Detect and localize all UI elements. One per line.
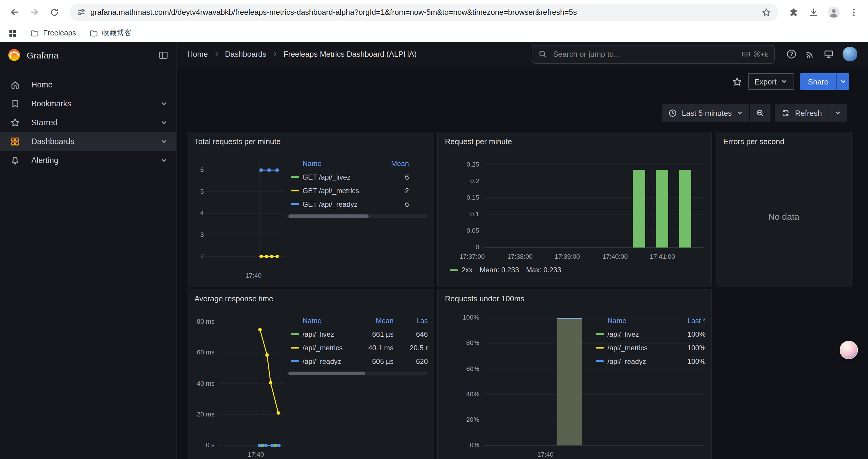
legend-header-mean[interactable]: Mean [357,317,394,325]
series-mean: 2 [376,186,409,195]
downloads-icon[interactable] [804,3,823,22]
breadcrumb-home[interactable]: Home [187,50,208,59]
extensions-icon[interactable] [784,3,803,22]
favorite-star-icon[interactable] [732,76,742,87]
search-box[interactable]: ⌘+k [532,44,775,64]
x-tick: 17:40 [235,272,272,279]
sidebar-item-home[interactable]: Home [0,75,176,94]
legend-row[interactable]: /api/_livez 100% [592,327,706,341]
screen: grafana.mathmast.com/d/deytv4rwavabkb/fr… [0,0,868,459]
series-name[interactable]: /api/_readyz [608,357,673,365]
legend-row[interactable]: GET /api/_livez 6 [287,170,409,184]
panel-title[interactable]: Requests under 100ms [445,294,524,303]
legend-row[interactable]: /api/_metrics 100% [592,341,706,355]
legend-row[interactable]: /api/_readyz 605 µs 620 [287,355,428,368]
shortcut-label: ⌘+k [753,50,768,58]
legend-header-name[interactable]: Name [303,160,376,168]
chevron-down-icon[interactable] [160,119,168,126]
share-caret-button[interactable] [836,73,849,90]
legend-scrollbar[interactable] [287,215,428,218]
address-bar[interactable]: grafana.mathmast.com/d/deytv4rwavabkb/fr… [70,3,778,21]
legend-header-last[interactable]: Last * [673,317,706,325]
panel-title[interactable]: Average response time [194,294,273,303]
series-name[interactable]: /api/_livez [608,330,673,338]
legend-header-name[interactable]: Name [608,317,673,325]
refresh-button[interactable]: Refresh [776,104,828,122]
panel-title[interactable]: Errors per second [723,137,784,146]
browser-toolbar: grafana.mathmast.com/d/deytv4rwavabkb/fr… [0,0,868,24]
series-name[interactable]: GET /api/_livez [303,173,376,181]
zoom-out-button[interactable] [750,104,771,122]
legend-scrollbar[interactable] [287,371,428,375]
sidebar-item-bookmarks[interactable]: Bookmarks [0,94,176,113]
series-last: 620 [398,357,428,365]
series-name[interactable]: GET /api/_readyz [303,200,376,208]
folder-icon [89,29,98,37]
sidebar-item-label: Home [31,80,53,89]
kebab-menu-icon [849,7,859,17]
share-button[interactable]: Share [800,73,836,90]
y-tick: 80 ms [188,318,215,325]
refresh-label: Refresh [795,108,822,117]
legend-row[interactable]: GET /api/_readyz 6 [287,197,409,211]
y-tick: 5 [191,188,204,195]
panel-title[interactable]: Total requests per minute [194,137,281,146]
legend-header-mean[interactable]: Mean [376,160,409,168]
browser-refresh-button[interactable] [45,3,64,22]
series-name[interactable]: /api/_metrics [608,343,673,352]
series-name[interactable]: /api/_metrics [303,343,357,352]
browser-profile-avatar[interactable] [824,3,843,22]
legend-header-last[interactable]: Las [398,317,428,325]
help-icon[interactable]: ? [786,49,797,59]
bookmark-folder-freeleaps[interactable]: Freeleaps [30,29,76,37]
series-name[interactable]: /api/_readyz [303,357,357,365]
bookmark-folder-blogs[interactable]: 收藏博客 [89,28,131,38]
x-tick: 17:40:00 [596,253,634,260]
legend-row[interactable]: /api/_livez 661 µs 646 [287,327,428,341]
chevron-down-icon[interactable] [160,156,168,164]
series-color-swatch [596,360,604,362]
panel-title[interactable]: Request per minute [445,137,512,146]
user-avatar[interactable] [843,47,857,61]
svg-text:?: ? [790,51,793,57]
grafana-logo[interactable] [8,48,21,61]
legend-item[interactable]: 2xx [450,266,472,274]
browser-back-button[interactable] [5,3,24,22]
x-tick: 17:39:00 [548,253,586,260]
display-monitor-icon[interactable] [824,49,834,59]
panel-average-response-time: Average response time 80 ms 60 ms 40 ms … [187,289,434,459]
browser-menu-icon[interactable] [844,3,863,22]
legend-header-name[interactable]: Name [303,317,357,325]
export-button[interactable]: Export [748,73,794,90]
sidebar-item-alerting[interactable]: Alerting [0,151,176,169]
site-settings-icon[interactable] [77,8,86,17]
bookmark-star-icon[interactable] [762,7,771,17]
sidebar-item-dashboards[interactable]: Dashboards [0,132,176,151]
browser-forward-button[interactable] [25,3,44,22]
legend-row[interactable]: /api/_readyz 100% [592,355,706,368]
sidebar-header: Grafana [0,42,176,68]
news-rss-icon[interactable] [805,49,815,59]
floating-assistant-avatar[interactable] [840,341,858,359]
time-range-picker[interactable]: Last 5 minutes [662,104,749,122]
series-name[interactable]: GET /api/_metrics [303,186,376,195]
chevron-down-icon [781,78,788,85]
refresh-interval-caret[interactable] [829,104,847,122]
series-name[interactable]: /api/_livez [303,330,357,338]
legend-row[interactable]: GET /api/_metrics 2 [287,184,409,197]
chevron-down-icon[interactable] [160,137,168,145]
x-tick: 17:40 [237,451,275,458]
legend-row[interactable]: /api/_metrics 40.1 ms 20.5 r [287,341,428,355]
time-controls: Last 5 minutes Refresh [662,104,847,122]
reload-icon [50,7,59,17]
search-input[interactable] [552,49,737,59]
chevron-down-icon[interactable] [160,100,168,107]
series-mean: 605 µs [357,357,394,365]
breadcrumb-dashboards[interactable]: Dashboards [225,50,266,59]
series-color-swatch [291,333,299,335]
star-icon [10,117,20,127]
collapse-sidebar-icon[interactable] [158,50,168,60]
apps-grid-icon[interactable] [8,29,17,37]
sidebar-item-starred[interactable]: Starred [0,113,176,132]
sidebar-item-label: Starred [31,118,58,127]
